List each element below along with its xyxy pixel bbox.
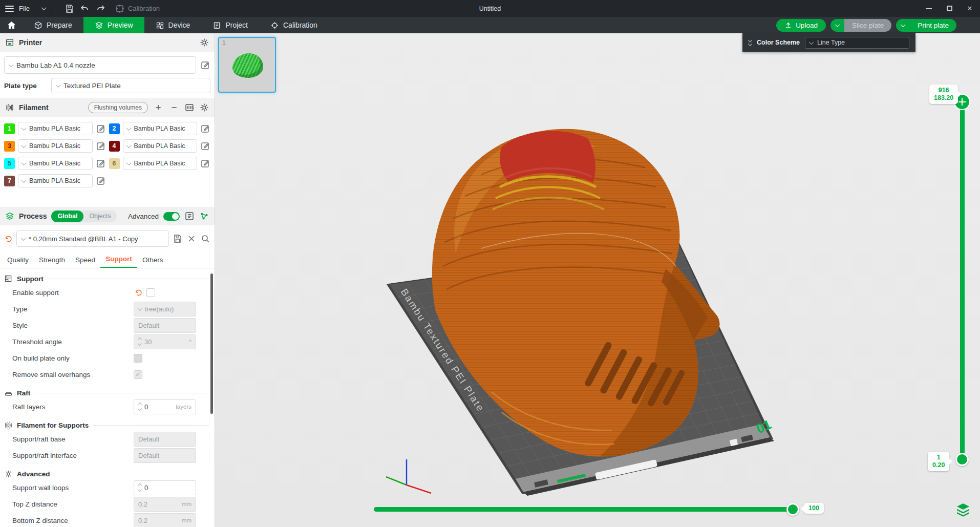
filament-select[interactable]: Bambu PLA Basic [123,157,198,170]
filament-select[interactable]: Bambu PLA Basic [18,139,93,153]
remove-filament-button[interactable]: − [168,102,180,113]
scope-objects[interactable]: Objects [83,213,116,220]
save-icon[interactable] [65,4,75,14]
filament-select[interactable]: Bambu PLA Basic [123,139,198,153]
remove-small-overhangs-checkbox[interactable] [134,370,142,379]
filament-settings-gear-icon[interactable] [199,102,209,113]
redo-icon[interactable] [95,4,105,14]
edit-filament-icon[interactable] [96,123,106,134]
layer-slider-handle[interactable] [955,453,969,466]
tab-calibration[interactable]: Calibration [259,17,329,33]
collapse-chevrons-icon[interactable] [749,39,752,46]
support-wall-loops-spinner[interactable]: 0 [134,480,196,495]
process-preset-row: * 0.20mm Standard @BBL A1 - Copy [4,230,210,247]
tab-prepare[interactable]: Prepare [23,17,83,33]
move-slider-handle[interactable] [786,503,799,516]
process-section-title: Process [19,212,47,220]
filament-color-swatch[interactable]: 5 [4,158,15,169]
threshold-angle-spinner[interactable]: 30 ° [134,334,196,349]
tab-others[interactable]: Others [137,253,168,268]
print-dropdown-button[interactable] [896,19,910,32]
tab-support[interactable]: Support [100,252,137,268]
tab-project[interactable]: Project [201,17,259,33]
titlebar-calibration[interactable]: Calibration [115,4,160,14]
delete-preset-icon[interactable] [186,234,197,244]
spinner-arrows-icon[interactable] [138,484,141,491]
flushing-volumes-button[interactable]: Flushing volumes [88,102,148,113]
edit-filament-icon[interactable] [96,141,106,151]
printer-preset-select[interactable]: Bambu Lab A1 0.4 nozzle [4,56,196,74]
slice-plate-button[interactable]: Slice plate [844,19,891,32]
tab-quality[interactable]: Quality [2,253,34,268]
filament-color-swatch[interactable]: 6 [109,158,120,169]
support-raft-base-select[interactable]: Default [134,432,196,447]
parameter-table-icon[interactable] [184,211,195,221]
top-z-distance-input[interactable]: 0.2 mm [134,497,196,512]
move-slider-track[interactable] [374,507,794,512]
tab-device[interactable]: Device [144,17,202,33]
filament-color-swatch[interactable]: 7 [4,176,15,186]
filament-select[interactable]: Bambu PLA Basic [123,122,198,135]
support-raft-interface-select[interactable]: Default [134,448,196,463]
advanced-toggle[interactable] [163,212,180,221]
filament-color-swatch[interactable]: 4 [109,141,120,152]
filament-select[interactable]: Bambu PLA Basic [18,157,93,170]
plate-type-select[interactable]: Textured PEI Plate [51,78,210,93]
support-type-select[interactable]: tree(auto) [134,302,196,317]
slice-dropdown-button[interactable] [830,19,844,32]
raft-layers-spinner[interactable]: 0 layers [134,399,196,414]
bottom-z-distance-input[interactable]: 0.2 mm [134,513,196,527]
objects-structure-icon[interactable] [199,211,209,221]
chevron-down-icon [126,143,131,148]
print-plate-button[interactable]: Print plate [910,19,956,32]
revert-icon[interactable] [134,288,143,297]
reset-preset-icon[interactable] [4,235,13,243]
scope-toggle[interactable]: Global Objects [51,210,116,222]
save-preset-icon[interactable] [173,234,183,244]
printer-settings-gear-icon[interactable] [199,37,209,48]
color-scheme-select[interactable]: Line Type [805,37,909,49]
spinner-arrows-icon[interactable] [138,403,141,410]
edit-filament-icon[interactable] [96,176,106,186]
search-icon[interactable] [200,234,210,244]
edit-filament-icon[interactable] [200,141,210,151]
filament-select[interactable]: Bambu PLA Basic [18,174,93,187]
undo-icon[interactable] [80,4,90,14]
filament-icon [4,421,13,430]
menu-icon[interactable] [5,6,14,12]
filament-color-swatch[interactable]: 3 [4,141,15,152]
chevron-down-icon[interactable] [41,5,47,10]
filament-color-swatch[interactable]: 2 [109,123,120,134]
filament-select[interactable]: Bambu PLA Basic [18,122,93,135]
ams-icon[interactable] [184,102,195,113]
spinner-arrows-icon[interactable] [138,338,141,345]
on-build-plate-only-checkbox[interactable] [134,354,142,363]
layers-view-icon[interactable] [955,502,971,517]
close-button[interactable] [960,0,980,17]
add-filament-button[interactable]: + [153,102,164,113]
tab-strength[interactable]: Strength [34,253,70,268]
viewport-3d[interactable]: Bambu Textured PEI Plate 01 [215,33,980,527]
process-section-header: Process Global Objects Advanced [0,207,215,225]
enable-support-checkbox[interactable] [146,288,155,297]
bambu-studio-window: File Calibration Untitled [0,0,980,527]
tab-speed[interactable]: Speed [70,253,100,268]
edit-filament-icon[interactable] [200,123,210,134]
panel-scrollbar[interactable] [210,273,213,414]
filament-color-swatch[interactable]: 1 [4,123,15,134]
edit-printer-icon[interactable] [200,60,210,70]
minimize-button[interactable] [919,0,939,17]
support-style-select[interactable]: Default [134,318,196,333]
scope-global[interactable]: Global [51,210,83,222]
edit-filament-icon[interactable] [96,158,106,168]
plate-thumbnail[interactable]: 1 [218,37,276,93]
upload-button[interactable]: Upload [776,19,826,32]
tab-preview[interactable]: Preview [83,17,144,33]
file-menu[interactable]: File [19,5,30,12]
home-button[interactable] [0,17,23,33]
maximize-button[interactable] [939,0,960,17]
process-preset-select[interactable]: * 0.20mm Standard @BBL A1 - Copy [16,230,169,247]
printer-preset-value: Bambu Lab A1 0.4 nozzle [16,61,95,69]
edit-filament-icon[interactable] [200,158,210,168]
layer-slider-track[interactable] [960,102,965,459]
